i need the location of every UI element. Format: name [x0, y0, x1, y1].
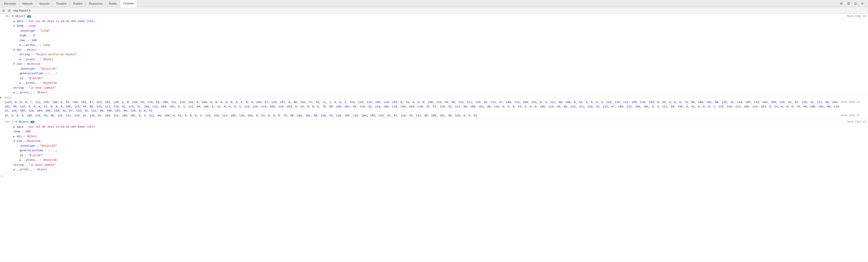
prop-date-value: Sun Jul 06 2014 14:28:03 GMT-0500 (CDT)	[29, 20, 95, 23]
data-array-line1: [123, 0, 0, 0, 7, 111, 105, 100, 0, 83, …	[0, 100, 868, 113]
prop-oid-bsontype-key: _bsontype	[20, 67, 35, 70]
undock-icon[interactable]: ⧉	[853, 1, 858, 6]
expand-doc2-oid-proto-icon[interactable]: ▶	[20, 158, 21, 162]
prop-doc2-date-content: ▶ date : Sun Jul 06 2014 14:28:03 GMT-05…	[4, 125, 868, 129]
expand-doc-proto-icon[interactable]: ▶	[13, 91, 15, 95]
prop-oid-bsontype-content: _bsontype : "ObjectID"	[4, 67, 868, 71]
prop-long-key: long	[17, 25, 24, 28]
doc-info-icon[interactable]: i	[27, 15, 31, 18]
prop-doc-string-value: "js-bson sample"	[29, 86, 56, 89]
tab-sources[interactable]: Sources	[36, 0, 53, 7]
expand-doc2-oid-icon[interactable]: ▼	[13, 139, 15, 143]
tab-network[interactable]: Network	[19, 0, 36, 7]
prop-obj-string-key: string	[20, 53, 30, 56]
prop-doc2-oid-proto: ▶ __proto__ : ObjectID	[0, 158, 868, 162]
expand-doc-icon[interactable]: ▼	[12, 14, 13, 18]
prop-high-value: 0	[33, 34, 35, 37]
prop-oid-id: id : "$¡£Czã?"	[0, 76, 868, 81]
tab-profiles[interactable]: Profiles	[70, 0, 86, 7]
tab-audits[interactable]: Audits	[106, 0, 120, 7]
prop-proto-obj-key: __proto__	[23, 58, 38, 61]
expand-date-icon[interactable]: ▶	[13, 20, 15, 23]
prop-doc-proto-key: __proto__	[17, 91, 32, 94]
prop-date-content: ▶ date : Sun Jul 06 2014 14:28:03 GMT-05…	[4, 19, 868, 24]
prop-doc-string-content: string : "js-bson sample"	[4, 86, 868, 90]
prop-bsontype-long-value: "Long"	[40, 29, 50, 32]
prop-oid-key: oid	[17, 63, 22, 66]
doc2-info-icon[interactable]: i	[30, 121, 34, 123]
prop-doc2-string-content: string : "js-bson sample"	[4, 163, 868, 167]
prop-date-key: date	[17, 20, 24, 23]
expand-obj-icon[interactable]: ▼	[13, 48, 15, 52]
prop-oid-gentime: generationTime : (...)	[0, 71, 868, 76]
prop-doc2-oid-id: id : "$¡£Czã?"	[0, 153, 868, 158]
prop-proto-oid-key: __proto__	[23, 81, 38, 84]
prop-bsontype-long-key: _bsontype	[20, 29, 35, 32]
doc-type-label: Object	[15, 15, 27, 18]
expand-proto-oid-icon[interactable]: ▶	[20, 81, 21, 85]
prop-doc2-gentime-content: generationTime : (...)	[4, 148, 868, 153]
inspect-icon[interactable]: ⊕	[839, 1, 844, 6]
doc-obj-content: doc ▼ Object i	[4, 14, 847, 18]
prop-gentime-key: generationTime	[20, 72, 43, 75]
prop-doc2-proto-content: ▶ __proto__ : Object	[4, 167, 868, 172]
prop-proto-oid-content: ▶ __proto__ : ObjectID	[4, 81, 868, 85]
prop-doc2-string: string : "js-bson sample"	[0, 162, 868, 167]
prop-oid-id-value: "$¡£Czã?"	[28, 77, 43, 80]
top-frame-label: <top frame>	[13, 9, 28, 12]
prop-proto-obj-value: Object	[43, 58, 54, 61]
prop-proto-long-value: Long	[43, 43, 50, 46]
prop-obj-string-content: string : "Object within an object"	[4, 52, 868, 57]
expand-doc2-icon[interactable]: ▼	[16, 120, 17, 124]
filter-icon[interactable]: ⊘	[7, 8, 11, 13]
log-entry-data: ▶ data	[0, 95, 868, 100]
data-varname: data	[5, 96, 11, 99]
prop-doc-oid: ▼ oid : ObjectID	[0, 62, 868, 67]
prop-obj-content: ▼ obj : Object	[4, 48, 868, 52]
devtools-toolbar: Elements Network Sources Timeline Profil…	[0, 0, 868, 7]
prop-doc-long: ▼ long : Long	[0, 24, 868, 29]
prop-long-content: ▼ long : Long	[4, 24, 868, 28]
prop-doc2-long-content: long : 100	[4, 129, 868, 134]
prop-oid-proto: ▶ __proto__ : ObjectID	[0, 81, 868, 85]
expand-doc2-date-icon[interactable]: ▶	[13, 125, 15, 129]
expand-proto-obj-icon[interactable]: ▶	[20, 58, 21, 62]
tab-resources[interactable]: Resources	[86, 0, 106, 7]
console-input[interactable]	[4, 175, 867, 178]
frame-selector[interactable]: <top frame> ▾	[13, 9, 30, 12]
prop-doc2-oid-bsontype: _bsontype : "ObjectID"	[0, 144, 868, 148]
prop-doc2-proto: ▶ __proto__ : Object	[0, 167, 868, 172]
prop-doc-date: ▶ date : Sun Jul 06 2014 14:28:03 GMT-05…	[0, 19, 868, 24]
prop-long-proto: ▶ __proto__ : Long	[0, 43, 868, 47]
prop-oid-bsontype-value: "ObjectID"	[40, 67, 57, 70]
prop-long-bsontype: _bsontype : "Long"	[0, 29, 868, 33]
close-icon[interactable]: ✕	[860, 1, 865, 6]
prop-long-value: Long	[29, 25, 35, 28]
clear-console-button[interactable]: ⊘	[2, 8, 6, 13]
doc2-source: bson.html:23	[847, 120, 868, 124]
tab-console[interactable]: Console	[120, 0, 137, 7]
prop-oid-id-content: id : "$¡£Czã?"	[4, 76, 868, 81]
console-secondary-bar: ⊘ ⊘ <top frame> ▾	[0, 7, 868, 14]
expand-doc2-obj-icon[interactable]: ▶	[13, 135, 15, 139]
doc2-type-label: Object	[19, 120, 30, 123]
toolbar-right-actions: ⊕ ⚙ ⧉ ✕	[839, 0, 867, 7]
expand-doc2-proto-icon[interactable]: ▶	[13, 168, 15, 172]
doc-varname: doc	[5, 15, 12, 18]
prop-doc2-obj: ▶ obj : Object	[0, 134, 868, 139]
prop-doc2-date: ▶ date : Sun Jul 06 2014 14:28:03 GMT-05…	[0, 124, 868, 129]
prop-doc2-oid: ▼ oid : ObjectID	[0, 139, 868, 144]
settings-icon[interactable]: ⚙	[846, 1, 851, 6]
tab-timeline[interactable]: Timeline	[53, 0, 70, 7]
expand-long-icon[interactable]: ▼	[13, 24, 15, 28]
prop-doc2-oid-proto-content: ▶ __proto__ : ObjectID	[4, 158, 868, 162]
prop-obj-proto: ▶ __proto__ : Object	[0, 57, 868, 62]
tab-elements[interactable]: Elements	[1, 0, 19, 7]
prop-low-content: low_ : 100	[4, 38, 868, 43]
prop-proto-oid-value: ObjectID	[43, 81, 57, 84]
prop-obj-value: Object	[27, 48, 37, 51]
expand-proto-long-icon[interactable]: ▶	[20, 43, 21, 47]
expand-data-icon[interactable]: ▶	[0, 96, 2, 100]
expand-oid-icon[interactable]: ▼	[13, 62, 15, 66]
console-prompt[interactable]: ›	[0, 173, 868, 180]
